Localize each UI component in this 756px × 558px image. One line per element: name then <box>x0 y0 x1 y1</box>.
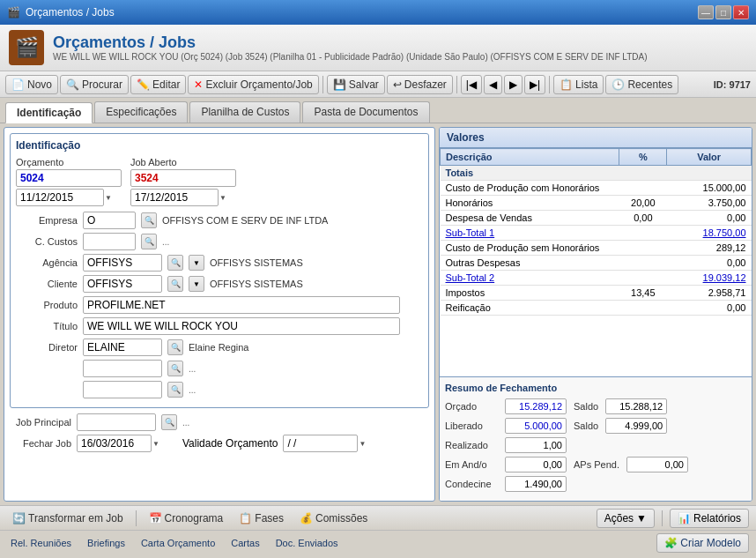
agencia-code-input[interactable] <box>83 254 162 272</box>
table-row: Reificação 0,00 <box>441 301 752 316</box>
briefings-button[interactable]: Briefings <box>84 536 129 550</box>
empresa-search-button[interactable]: 🔍 <box>141 212 157 228</box>
resumo-aps-pend-label: APs Pend. <box>574 459 619 470</box>
resumo-condecine-input[interactable] <box>505 476 567 492</box>
job-principal-input[interactable] <box>77 413 156 431</box>
job-date-caret[interactable]: ▼ <box>219 194 226 202</box>
table-row-link[interactable]: Sub-Total 1 18.750,00 <box>441 226 752 241</box>
orcamento-label: Orçamento <box>16 157 122 167</box>
minimize-button[interactable]: — <box>698 5 714 19</box>
toolbar-sep-1 <box>322 76 323 93</box>
desfazer-button[interactable]: ↩ Desfazer <box>387 75 453 94</box>
orcamento-input[interactable] <box>16 169 122 187</box>
tabs-container: Identificação Especificações Planilha de… <box>0 98 756 123</box>
app-header: 🎬 Orçamentos / Jobs WE WILL WE WILL ROCK… <box>0 25 756 71</box>
novo-button[interactable]: 📄 Novo <box>5 75 58 94</box>
lista-button[interactable]: 📋 Lista <box>553 75 604 94</box>
job-principal-dots[interactable]: ... <box>182 418 189 428</box>
tab-identificacao[interactable]: Identificação <box>5 102 93 123</box>
titulo-input[interactable] <box>83 317 400 335</box>
row-descricao-4: Custo de Produção sem Honorários <box>441 241 619 256</box>
toolbar-sep-3 <box>549 76 550 93</box>
maximize-button[interactable]: □ <box>715 5 731 19</box>
col-percent: % <box>619 149 667 166</box>
nav-prev-button[interactable]: ◀ <box>484 75 502 94</box>
orcamento-date-input[interactable] <box>16 189 104 206</box>
agencia-dropdown-button[interactable]: ▼ <box>189 255 204 271</box>
carta-orcamento-button[interactable]: Carta Orçamento <box>137 536 219 550</box>
transformar-button[interactable]: 🔄 Transformar em Job <box>7 510 129 526</box>
nav-next-button[interactable]: ▶ <box>504 75 523 94</box>
relatorios-button[interactable]: 📊 Relatórios <box>670 509 749 528</box>
recentes-button[interactable]: 🕒 Recentes <box>605 75 678 94</box>
validade-caret[interactable]: ▼ <box>359 440 366 448</box>
ccustos-code-input[interactable] <box>83 233 136 250</box>
ccustos-label: C. Custos <box>16 236 78 247</box>
tab-planilha-custos[interactable]: Planilha de Custos <box>189 101 300 123</box>
fechar-job-caret[interactable]: ▼ <box>152 440 159 448</box>
extra-dots-1[interactable]: ... <box>189 364 196 374</box>
job-input[interactable] <box>130 169 236 187</box>
ccustos-dots[interactable]: ... <box>162 237 169 247</box>
job-principal-search[interactable]: 🔍 <box>161 414 177 430</box>
row-percent-0 <box>619 181 667 196</box>
resumo-saldo-liberado-input[interactable] <box>605 418 667 434</box>
validade-date-input[interactable] <box>283 435 358 452</box>
cliente-search-button[interactable]: 🔍 <box>167 276 183 292</box>
row-valor-6: 19.039,12 <box>667 271 752 286</box>
resumo-realizado-label: Realizado <box>445 440 498 450</box>
cronograma-button[interactable]: 📅 Cronograma <box>144 510 229 526</box>
extra-search-1[interactable]: 🔍 <box>167 361 183 376</box>
resumo-orcado-input[interactable] <box>505 398 567 414</box>
row-descricao-2: Despesa de Vendas <box>441 211 619 226</box>
extra-input-2[interactable] <box>83 381 162 398</box>
doc-enviados-button[interactable]: Doc. Enviados <box>272 536 342 550</box>
cartas-button[interactable]: Cartas <box>227 536 263 550</box>
cliente-dropdown-button[interactable]: ▼ <box>189 276 204 292</box>
ccustos-search-button[interactable]: 🔍 <box>141 234 157 249</box>
procurar-button[interactable]: 🔍 Procurar <box>60 75 129 94</box>
extra-input-1[interactable] <box>83 360 162 377</box>
resumo-emandlo-input[interactable] <box>505 457 567 472</box>
tab-pasta-documentos[interactable]: Pasta de Documentos <box>302 101 429 123</box>
acoes-dropdown-icon: ▼ <box>636 512 647 525</box>
resumo-liberado-input[interactable] <box>505 418 567 434</box>
orcamento-date-caret[interactable]: ▼ <box>105 194 112 202</box>
diretor-search-button[interactable]: 🔍 <box>167 339 183 355</box>
criar-modelo-button[interactable]: 🧩 Criar Modelo <box>656 533 749 553</box>
close-button[interactable]: ✕ <box>733 5 749 19</box>
nav-first-button[interactable]: |◀ <box>461 75 482 94</box>
resumo-realizado-input[interactable] <box>505 437 567 453</box>
row-valor-5: 0,00 <box>667 256 752 271</box>
row-valor-8: 0,00 <box>667 301 752 316</box>
job-date-input[interactable] <box>130 189 219 206</box>
agencia-label: Agência <box>16 257 78 268</box>
comissoes-button[interactable]: 💰 Comissões <box>294 510 373 526</box>
cliente-row: Cliente 🔍 ▼ OFFISYS SISTEMAS <box>16 275 423 293</box>
fases-button[interactable]: 📋 Fases <box>233 510 289 526</box>
table-row-link[interactable]: Sub-Total 2 19.039,12 <box>441 271 752 286</box>
editar-button[interactable]: ✏️ Editar <box>130 75 186 94</box>
extra-search-2[interactable]: 🔍 <box>167 382 183 398</box>
fechar-job-date-input[interactable] <box>77 435 152 452</box>
col-valor: Valor <box>667 149 752 166</box>
resumo-saldo-orcado-input[interactable] <box>605 398 667 414</box>
cliente-code-input[interactable] <box>83 275 162 293</box>
empresa-code-input[interactable] <box>83 212 136 229</box>
extra-dots-2[interactable]: ... <box>189 385 196 395</box>
acoes-button[interactable]: Ações ▼ <box>597 509 655 528</box>
resumo-condecine-row: Condecine <box>445 476 746 492</box>
nav-last-button[interactable]: ▶| <box>524 75 545 94</box>
resumo-aps-pend-input[interactable] <box>626 457 688 472</box>
table-row: Outras Despesas 0,00 <box>441 256 752 271</box>
orcamento-group: Orçamento ▼ <box>16 157 122 206</box>
rel-reunioes-button[interactable]: Rel. Reuniões <box>7 536 75 550</box>
excluir-button[interactable]: ✕ Excluir Orçamento/Job <box>188 75 318 94</box>
produto-input[interactable] <box>83 296 400 314</box>
tab-especificacoes[interactable]: Especificações <box>94 101 188 123</box>
row-percent-4 <box>619 241 667 256</box>
valores-title: Valores <box>440 128 752 148</box>
diretor-code-input[interactable] <box>83 339 162 356</box>
agencia-search-button[interactable]: 🔍 <box>167 255 183 271</box>
salvar-button[interactable]: 💾 Salvar <box>327 75 385 94</box>
